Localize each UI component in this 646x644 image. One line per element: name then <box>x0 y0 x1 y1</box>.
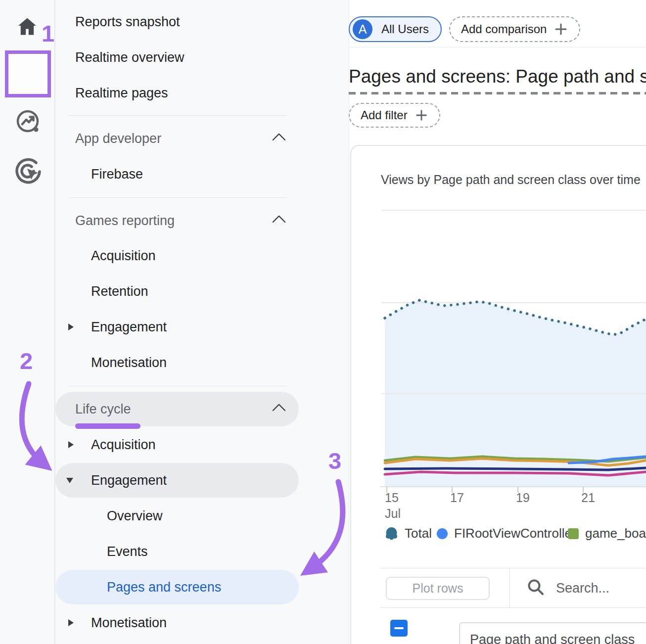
header-divider <box>349 47 646 47</box>
expand-arrow-icon <box>68 441 74 448</box>
audience-chip-all-users[interactable]: A All Users <box>349 16 442 42</box>
legend-item-total[interactable]: Total <box>385 526 432 541</box>
page-title: Pages and screens: Page path and screen … <box>349 66 646 87</box>
column-header-page-path[interactable]: Page path and screen class <box>459 622 646 644</box>
annotation-underline <box>75 423 140 429</box>
nav-item-label: Retention <box>55 284 148 299</box>
nav-section-label: Life cycle <box>55 402 131 417</box>
nav-item-firebase[interactable]: Firebase <box>55 156 350 192</box>
explore-icon[interactable] <box>15 109 42 136</box>
ga4-reports-page: Reports snapshot Realtime overview Realt… <box>0 0 646 644</box>
home-icon[interactable] <box>15 14 39 40</box>
legend-item-game-board[interactable]: game_boa <box>568 526 646 541</box>
expand-arrow-icon <box>68 323 74 330</box>
nav-item-label: Realtime pages <box>55 86 168 101</box>
nav-item-realtime-pages[interactable]: Realtime pages <box>55 75 350 111</box>
nav-item-lifecycle-monetisation[interactable]: Monetisation <box>55 605 350 641</box>
nav-item-label: Firebase <box>55 167 143 182</box>
annotation-step-2: 2 <box>20 349 33 372</box>
nav-item-label: Acquisition <box>55 248 156 264</box>
search-icon[interactable] <box>526 578 545 597</box>
nav-item-label: Overview <box>55 508 163 524</box>
chevron-up-icon <box>272 404 286 417</box>
nav-item-label: Realtime overview <box>55 50 185 65</box>
nav-item-realtime-overview[interactable]: Realtime overview <box>55 40 350 75</box>
indeterminate-minus-icon <box>394 627 404 630</box>
nav-item-games-retention[interactable]: Retention <box>55 274 350 309</box>
advertising-icon[interactable] <box>14 156 43 185</box>
toolbar-vertical-divider <box>509 568 510 607</box>
collapse-arrow-icon <box>66 478 73 483</box>
select-all-checkbox-indeterminate[interactable] <box>390 620 408 637</box>
add-comparison-label: Add comparison <box>461 22 547 36</box>
nav-item-label: Monetisation <box>55 355 167 370</box>
nav-item-reports-snapshot[interactable]: Reports snapshot <box>55 4 350 40</box>
annotation-step-1: 1 <box>42 22 54 45</box>
column-header-label: Page path and screen class <box>470 632 635 644</box>
annotation-step-3: 3 <box>328 449 341 472</box>
legend-square-icon <box>568 528 579 539</box>
nav-section-label: App developer <box>55 131 161 146</box>
nav-section-games-reporting[interactable]: Games reporting <box>55 203 350 238</box>
nav-divider <box>68 197 287 198</box>
toolbar-divider-bottom <box>380 607 646 608</box>
legend-item-firootviewcontroller[interactable]: FIRootViewController <box>437 526 576 541</box>
total-scallop-icon <box>385 527 398 540</box>
chevron-up-icon <box>272 133 286 147</box>
add-filter-button[interactable]: Add filter <box>349 103 440 128</box>
legend-circle-icon <box>437 528 448 539</box>
add-comparison-button[interactable]: Add comparison <box>449 16 580 42</box>
plot-rows-button[interactable]: Plot rows <box>386 577 490 600</box>
nav-item-label: Reports snapshot <box>55 14 180 30</box>
audience-avatar: A <box>353 19 372 39</box>
nav-divider <box>68 115 287 116</box>
plus-icon <box>415 108 428 122</box>
nav-divider <box>68 386 287 386</box>
legend-label: game_boa <box>585 526 646 541</box>
nav-item-engagement-events[interactable]: Events <box>55 534 350 569</box>
add-filter-label: Add filter <box>361 108 408 122</box>
search-input[interactable]: Search... <box>556 581 609 596</box>
nav-section-life-cycle[interactable]: Life cycle <box>55 392 299 426</box>
legend-label: Total <box>405 526 432 541</box>
nav-item-label: Events <box>55 544 148 559</box>
audience-chip-label: All Users <box>381 22 429 36</box>
chart-title: Views by Page path and screen class over… <box>381 173 641 187</box>
nav-section-app-developer[interactable]: App developer <box>55 121 350 156</box>
title-dashed-underline <box>349 92 646 94</box>
nav-item-lifecycle-engagement[interactable]: Engagement <box>55 463 299 498</box>
nav-item-lifecycle-acquisition[interactable]: Acquisition <box>55 427 350 462</box>
chevron-up-icon <box>272 215 286 229</box>
nav-item-label: Pages and screens <box>55 580 221 595</box>
nav-item-games-monetisation[interactable]: Monetisation <box>55 345 350 380</box>
nav-section-label: Games reporting <box>55 213 175 229</box>
views-chart-card <box>350 145 646 644</box>
nav-item-games-engagement[interactable]: Engagement <box>55 309 350 345</box>
expand-arrow-icon <box>68 619 74 626</box>
plus-icon <box>554 22 568 37</box>
toolbar-divider-top <box>380 568 646 568</box>
report-nav-panel: Reports snapshot Realtime overview Realt… <box>55 0 349 644</box>
nav-item-engagement-overview[interactable]: Overview <box>55 498 350 534</box>
nav-item-games-acquisition[interactable]: Acquisition <box>55 238 350 274</box>
plot-rows-label: Plot rows <box>413 581 463 596</box>
legend-label: FIRootViewController <box>454 526 576 541</box>
nav-item-pages-and-screens-selected[interactable]: Pages and screens <box>55 570 299 604</box>
annotation-highlight-box <box>5 50 51 97</box>
